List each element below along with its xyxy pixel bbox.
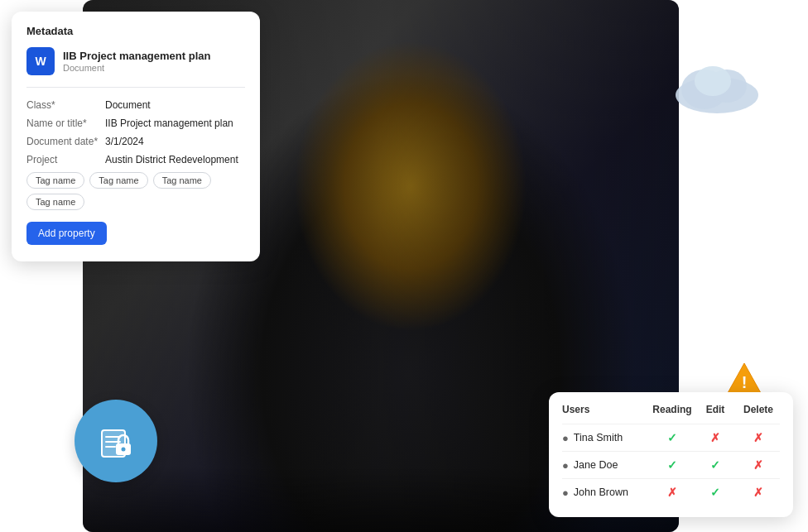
tags-container: Tag nameTag nameTag nameTag name (26, 172, 245, 210)
meta-field-row: Document date*3/1/2024 (26, 132, 245, 151)
perm-column-header: Users (562, 404, 651, 424)
tag-chip: Tag name (153, 172, 211, 189)
user-name: Jane Doe (574, 459, 618, 471)
permissions-card: UsersReadingEditDelete ●Tina Smith✓✗✗●Ja… (549, 392, 793, 517)
svg-point-11 (122, 448, 126, 452)
tag-chip: Tag name (89, 172, 147, 189)
perm-user-cell: ●Jane Doe (562, 452, 651, 479)
perm-reading-cell: ✓ (651, 452, 694, 479)
cloud-decoration (667, 50, 767, 119)
meta-field-row: Name or title*IIB Project management pla… (26, 114, 245, 132)
cross-icon: ✗ (753, 486, 763, 499)
meta-field-value: Document (105, 96, 245, 114)
perm-column-header: Reading (651, 404, 694, 424)
doc-info: IIB Project management plan Document (63, 50, 210, 74)
user-icon: ● (562, 432, 569, 444)
meta-fields-table: Class*DocumentName or title*IIB Project … (26, 96, 245, 169)
user-icon: ● (562, 459, 569, 472)
perm-user-cell: ●John Brown (562, 479, 651, 506)
lock-icon (94, 419, 138, 463)
doc-icon: W (26, 47, 55, 75)
user-name: Tina Smith (574, 432, 623, 443)
cross-icon: ✗ (753, 431, 763, 444)
perm-reading-cell: ✓ (651, 424, 694, 452)
perm-row: ●Tina Smith✓✗✗ (562, 424, 780, 452)
doc-info-sub: Document (63, 63, 210, 73)
perm-edit-cell: ✓ (694, 479, 737, 506)
perm-column-header: Edit (694, 404, 737, 424)
check-icon: ✓ (710, 458, 720, 472)
perm-column-header: Delete (737, 404, 780, 424)
meta-field-value: IIB Project management plan (105, 114, 245, 132)
meta-field-row: Class*Document (26, 96, 245, 114)
lock-circle (75, 400, 157, 482)
meta-field-value: 3/1/2024 (105, 132, 245, 151)
perm-delete-cell: ✗ (737, 452, 780, 479)
check-icon: ✓ (710, 486, 720, 499)
perm-reading-cell: ✗ (651, 479, 694, 506)
tag-chip: Tag name (26, 172, 84, 189)
perm-row: ●Jane Doe✓✓✗ (562, 452, 780, 479)
user-icon: ● (562, 486, 569, 499)
metadata-card: Metadata W IIB Project management plan D… (12, 12, 260, 261)
tag-chip: Tag name (26, 194, 84, 210)
perm-delete-cell: ✗ (737, 424, 780, 452)
card-title: Metadata (26, 25, 245, 37)
meta-field-label: Project (26, 151, 105, 169)
perm-edit-cell: ✗ (694, 424, 737, 452)
check-icon: ✓ (667, 458, 677, 472)
divider (26, 87, 245, 88)
meta-field-label: Document date* (26, 132, 105, 151)
check-icon: ✓ (667, 431, 677, 444)
svg-text:!: ! (742, 373, 748, 391)
cross-icon: ✗ (710, 431, 720, 444)
doc-header: W IIB Project management plan Document (26, 47, 245, 75)
doc-info-title: IIB Project management plan (63, 50, 210, 64)
meta-field-value: Austin District Redevelopment (105, 151, 245, 169)
meta-field-label: Name or title* (26, 114, 105, 132)
permissions-table: UsersReadingEditDelete ●Tina Smith✓✗✗●Ja… (562, 404, 780, 506)
user-name: John Brown (574, 486, 628, 498)
meta-field-label: Class* (26, 96, 105, 114)
svg-point-3 (695, 66, 731, 96)
perm-row: ●John Brown✗✓✗ (562, 479, 780, 506)
meta-field-row: ProjectAustin District Redevelopment (26, 151, 245, 169)
add-property-button[interactable]: Add property (26, 222, 107, 245)
cross-icon: ✗ (667, 486, 677, 499)
perm-edit-cell: ✓ (694, 452, 737, 479)
perm-delete-cell: ✗ (737, 479, 780, 506)
perm-user-cell: ●Tina Smith (562, 424, 651, 452)
cross-icon: ✗ (753, 458, 763, 472)
